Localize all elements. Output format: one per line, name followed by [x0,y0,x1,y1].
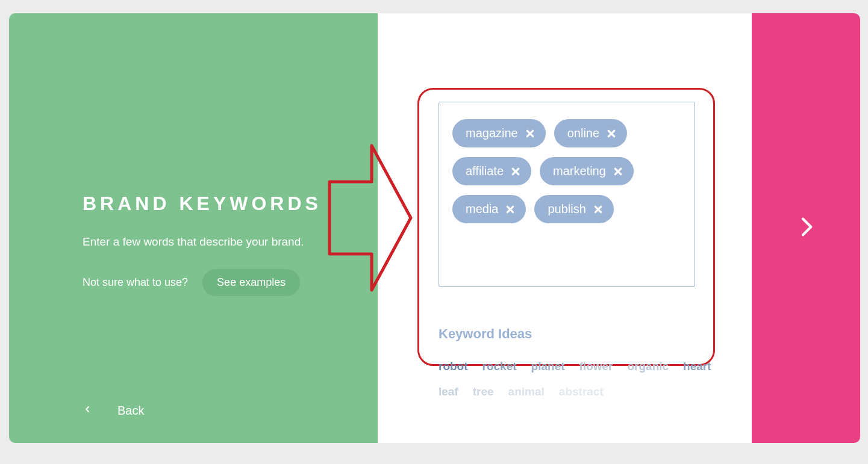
see-examples-button[interactable]: See examples [202,269,300,296]
keyword-chip: magazine [452,119,546,147]
chevron-left-icon [83,404,92,417]
center-panel: magazineonlineaffiliatemarketingmediapub… [378,13,752,443]
prompt-text: Not sure what to use? [83,276,188,289]
left-panel: Brand Keywords Enter a few words that de… [9,13,378,443]
keyword-chip: affiliate [452,157,531,185]
keyword-idea[interactable]: robot [439,360,468,373]
keyword-chip-label: affiliate [466,164,504,178]
keyword-ideas-section: Keyword Ideas robotrocketplanetflowerorg… [439,326,728,398]
wizard-stage: Brand Keywords Enter a few words that de… [9,13,860,443]
page-subtitle: Enter a few words that describe your bra… [83,235,342,249]
back-label: Back [117,404,144,418]
keyword-idea[interactable]: organic [627,360,669,373]
keyword-idea[interactable]: animal [508,385,545,398]
remove-keyword-icon[interactable] [511,167,520,176]
keyword-chip: marketing [540,157,634,185]
remove-keyword-icon[interactable] [525,129,535,138]
remove-keyword-icon[interactable] [505,205,515,214]
keyword-chip-label: media [466,202,498,216]
keyword-chip: publish [534,195,613,223]
remove-keyword-icon[interactable] [613,167,623,176]
remove-keyword-icon[interactable] [607,129,616,138]
page-title: Brand Keywords [83,193,342,215]
keyword-idea[interactable]: tree [473,385,494,398]
keyword-chip: online [554,119,627,147]
keyword-idea[interactable]: rocket [482,360,517,373]
keyword-idea[interactable]: leaf [439,385,458,398]
remove-keyword-icon[interactable] [593,205,603,214]
keyword-chip-label: marketing [553,164,606,178]
keyword-idea[interactable]: abstract [559,385,604,398]
keyword-idea[interactable]: planet [531,360,565,373]
keyword-idea[interactable]: flower [579,360,613,373]
keyword-chip: media [452,195,526,223]
next-button[interactable] [752,13,860,443]
keyword-chip-label: publish [548,202,585,216]
back-button[interactable]: Back [83,404,144,418]
keyword-chip-label: online [567,126,599,140]
chevron-right-icon [794,215,818,241]
keyword-ideas-title: Keyword Ideas [439,326,728,342]
keyword-idea[interactable]: heart [683,360,711,373]
keyword-chip-label: magazine [466,126,518,140]
keywords-input[interactable]: magazineonlineaffiliatemarketingmediapub… [439,102,695,287]
